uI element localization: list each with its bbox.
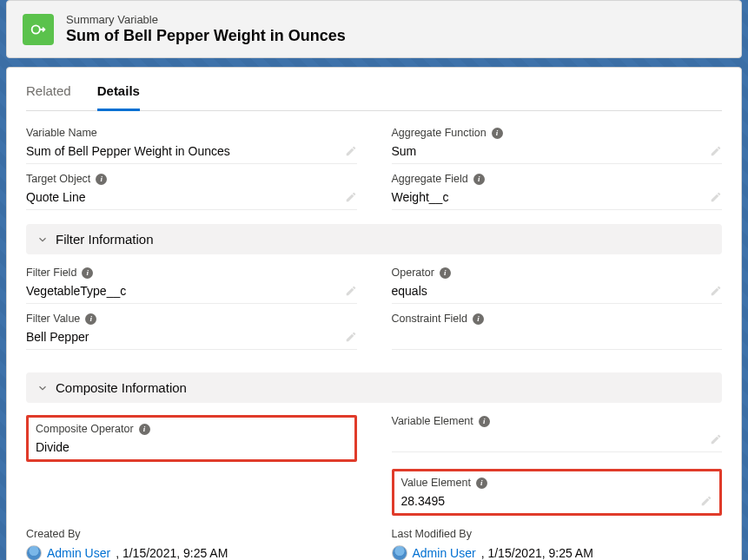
- field-variable-element: Variable Elementi: [392, 415, 723, 452]
- modified-by-date: , 1/15/2021, 9:25 AM: [481, 546, 593, 560]
- pencil-icon[interactable]: [710, 191, 722, 203]
- field-composite-operator: Composite Operatori Divide: [36, 423, 348, 454]
- info-icon[interactable]: i: [479, 416, 490, 427]
- info-icon[interactable]: i: [476, 478, 487, 489]
- field-constraint-field: Constraint Fieldi: [392, 313, 723, 350]
- created-by-date: , 1/15/2021, 9:25 AM: [116, 546, 228, 560]
- tab-bar: Related Details: [26, 68, 722, 111]
- value-variable-element: [392, 432, 395, 446]
- label-composite-operator: Composite Operator: [36, 423, 134, 435]
- field-aggregate-function: Aggregate Functioni Sum: [392, 127, 723, 164]
- value-filter-value: Bell Pepper: [26, 330, 89, 344]
- label-aggregate-function: Aggregate Function: [392, 127, 487, 139]
- pencil-icon[interactable]: [345, 145, 357, 157]
- record-type-label: Summary Variable: [66, 13, 346, 26]
- pencil-icon[interactable]: [345, 191, 357, 203]
- pencil-icon[interactable]: [345, 285, 357, 297]
- record-title: Sum of Bell Pepper Weight in Ounces: [66, 27, 346, 45]
- section-filter-information[interactable]: Filter Information: [26, 224, 722, 254]
- value-composite-operator: Divide: [36, 440, 70, 454]
- label-variable-element: Variable Element: [392, 415, 473, 427]
- field-target-object: Target Objecti Quote Line: [26, 173, 357, 210]
- section-title-composite: Composite Information: [56, 380, 187, 395]
- label-value-element: Value Element: [401, 477, 471, 489]
- label-created-by: Created By: [26, 528, 81, 540]
- info-icon[interactable]: i: [440, 267, 451, 279]
- field-last-modified-by: Last Modified By Admin User, 1/15/2021, …: [392, 528, 723, 560]
- label-variable-name: Variable Name: [26, 127, 97, 139]
- info-icon[interactable]: i: [473, 313, 484, 325]
- label-filter-field: Filter Field: [26, 267, 76, 279]
- section-composite-information[interactable]: Composite Information: [26, 372, 722, 403]
- pencil-icon[interactable]: [700, 495, 712, 507]
- chevron-down-icon: [36, 234, 49, 246]
- value-operator: equals: [392, 284, 427, 298]
- field-created-by: Created By Admin User, 1/15/2021, 9:25 A…: [26, 528, 357, 560]
- record-header: Summary Variable Sum of Bell Pepper Weig…: [6, 0, 742, 58]
- label-filter-value: Filter Value: [26, 313, 80, 325]
- pencil-icon[interactable]: [710, 433, 722, 445]
- value-aggregate-function: Sum: [392, 144, 417, 158]
- created-by-user-link[interactable]: Admin User: [47, 546, 110, 561]
- highlight-composite-operator: Composite Operatori Divide: [26, 415, 357, 462]
- chevron-down-icon: [36, 382, 49, 394]
- value-variable-name: Sum of Bell Pepper Weight in Ounces: [26, 144, 230, 158]
- modified-by-user-link[interactable]: Admin User: [413, 546, 476, 561]
- value-value-element: 28.3495: [401, 494, 446, 508]
- label-constraint-field: Constraint Field: [392, 313, 468, 325]
- info-icon[interactable]: i: [492, 128, 503, 139]
- label-operator: Operator: [392, 267, 434, 279]
- field-filter-value: Filter Valuei Bell Pepper: [26, 313, 357, 350]
- label-last-modified-by: Last Modified By: [392, 528, 472, 540]
- field-operator: Operatori equals: [392, 267, 723, 304]
- label-target-object: Target Object: [26, 173, 90, 185]
- avatar-icon: [26, 545, 42, 560]
- value-aggregate-field: Weight__c: [392, 190, 449, 204]
- pencil-icon[interactable]: [710, 145, 722, 157]
- info-icon[interactable]: i: [96, 174, 107, 185]
- value-filter-field: VegetableType__c: [26, 284, 126, 298]
- summary-variable-icon: [23, 14, 54, 45]
- field-value-element: Value Elementi 28.3495: [401, 477, 713, 508]
- field-aggregate-field: Aggregate Fieldi Weight__c: [392, 173, 723, 210]
- avatar-icon: [392, 545, 407, 560]
- details-card: Related Details Variable Name Sum of Bel…: [6, 67, 742, 560]
- pencil-icon[interactable]: [345, 331, 357, 343]
- value-constraint-field: [392, 330, 395, 344]
- info-icon[interactable]: i: [85, 313, 96, 325]
- svg-point-0: [32, 25, 40, 33]
- tab-details[interactable]: Details: [97, 83, 140, 111]
- field-variable-name: Variable Name Sum of Bell Pepper Weight …: [26, 127, 357, 164]
- info-icon[interactable]: i: [82, 267, 93, 279]
- pencil-icon[interactable]: [710, 285, 722, 297]
- info-icon[interactable]: i: [139, 424, 150, 435]
- highlight-value-element: Value Elementi 28.3495: [392, 469, 723, 516]
- label-aggregate-field: Aggregate Field: [392, 173, 468, 185]
- info-icon[interactable]: i: [473, 174, 485, 185]
- section-title-filter: Filter Information: [56, 232, 154, 247]
- field-filter-field: Filter Fieldi VegetableType__c: [26, 267, 357, 304]
- value-target-object: Quote Line: [26, 190, 86, 204]
- tab-related[interactable]: Related: [26, 83, 71, 110]
